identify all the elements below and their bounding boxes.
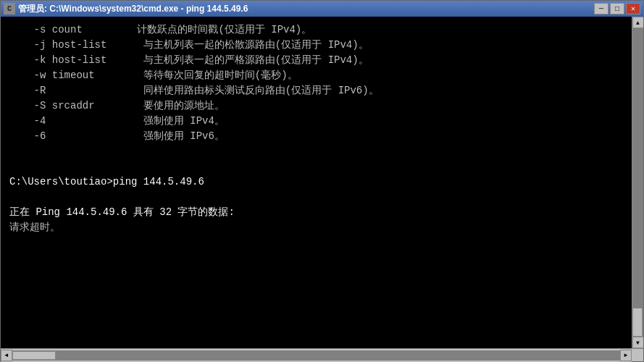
scroll-up-button[interactable]: ▲ bbox=[632, 17, 644, 28]
cmd-window: C 管理员: C:\Windows\system32\cmd.exe - pin… bbox=[0, 0, 644, 362]
scroll-right-button[interactable]: ► bbox=[620, 350, 632, 361]
minimize-button[interactable]: ─ bbox=[594, 3, 609, 14]
hscrollbar-track[interactable] bbox=[12, 350, 620, 361]
terminal-line: -w timeout 等待每次回复的超时时间(毫秒)。 bbox=[9, 68, 623, 83]
terminal-line bbox=[9, 190, 623, 205]
scroll-down-button[interactable]: ▼ bbox=[632, 337, 644, 348]
title-bar: C 管理员: C:\Windows\system32\cmd.exe - pin… bbox=[1, 1, 643, 17]
terminal-line: -k host-list 与主机列表一起的严格源路由(仅适用于 IPv4)。 bbox=[9, 53, 623, 68]
terminal-line: 请求超时。 bbox=[9, 220, 623, 235]
terminal-line: -s count 计数跃点的时间戳(仅适用于 IPv4)。 bbox=[9, 22, 623, 38]
scrollbar-track[interactable] bbox=[632, 28, 643, 337]
terminal-line: -6 强制使用 IPv6。 bbox=[9, 129, 623, 144]
terminal-line bbox=[9, 159, 623, 174]
terminal-line: -4 强制使用 IPv4。 bbox=[9, 114, 623, 129]
terminal-line: 正在 Ping 144.5.49.6 具有 32 字节的数据: bbox=[9, 205, 623, 220]
horizontal-scrollbar[interactable]: ◄ ► bbox=[1, 349, 632, 362]
terminal-line: C:\Users\toutiao>ping 144.5.49.6 bbox=[9, 174, 623, 190]
terminal-output[interactable]: -s count 计数跃点的时间戳(仅适用于 IPv4)。 -j host-li… bbox=[1, 17, 632, 348]
title-bar-left: C 管理员: C:\Windows\system32\cmd.exe - pin… bbox=[4, 3, 248, 15]
maximize-button[interactable]: □ bbox=[610, 3, 624, 14]
window-controls: ─ □ ✕ bbox=[594, 3, 640, 14]
terminal-line: -S srcaddr 要使用的源地址。 bbox=[9, 98, 623, 114]
close-button[interactable]: ✕ bbox=[626, 3, 640, 14]
terminal-line bbox=[9, 144, 623, 159]
scroll-left-button[interactable]: ◄ bbox=[1, 350, 12, 361]
cmd-icon: C bbox=[4, 3, 15, 14]
scrollbar-thumb[interactable] bbox=[632, 308, 643, 337]
terminal-line: -j host-list 与主机列表一起的松散源路由(仅适用于 IPv4)。 bbox=[9, 38, 623, 53]
bottom-bar: ◄ ► bbox=[1, 348, 643, 361]
window-title: 管理员: C:\Windows\system32\cmd.exe - ping … bbox=[18, 3, 248, 15]
resize-corner[interactable] bbox=[632, 350, 643, 361]
vertical-scrollbar[interactable]: ▲ ▼ bbox=[632, 17, 643, 348]
terminal-line: -R 同样使用路由标头测试反向路由(仅适用于 IPv6)。 bbox=[9, 83, 623, 98]
content-area: -s count 计数跃点的时间戳(仅适用于 IPv4)。 -j host-li… bbox=[1, 17, 643, 348]
hscrollbar-thumb[interactable] bbox=[12, 351, 56, 360]
